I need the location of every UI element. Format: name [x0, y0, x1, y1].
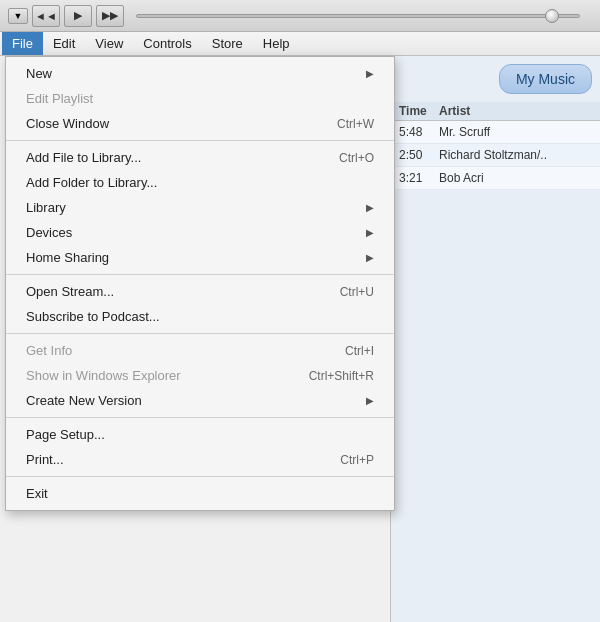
menu-item-get-info-label: Get Info: [26, 343, 325, 358]
menu-edit[interactable]: Edit: [43, 32, 85, 55]
show-explorer-shortcut: Ctrl+Shift+R: [309, 369, 374, 383]
rewind-icon: ◄◄: [35, 10, 57, 22]
time-column-header: Time: [399, 104, 439, 118]
menu-item-library[interactable]: Library ▶: [6, 195, 394, 220]
track-row: 2:50 Richard Stoltzman/..: [391, 144, 600, 167]
menu-item-new[interactable]: New ▶: [6, 61, 394, 86]
title-bar: ▼ ◄◄ ▶ ▶▶: [0, 0, 600, 32]
track-list-header: Time Artist: [391, 102, 600, 121]
menu-item-open-stream[interactable]: Open Stream... Ctrl+U: [6, 279, 394, 304]
create-new-version-arrow-icon: ▶: [366, 395, 374, 406]
menu-file[interactable]: File: [2, 32, 43, 55]
menu-item-print[interactable]: Print... Ctrl+P: [6, 447, 394, 472]
menu-bar: File Edit View Controls Store Help: [0, 32, 600, 56]
transport-controls: ◄◄ ▶ ▶▶: [32, 5, 124, 27]
devices-arrow-icon: ▶: [366, 227, 374, 238]
library-arrow-icon: ▶: [366, 202, 374, 213]
menu-item-close-window-label: Close Window: [26, 116, 317, 131]
menu-item-edit-playlist-label: Edit Playlist: [26, 91, 374, 106]
print-shortcut: Ctrl+P: [340, 453, 374, 467]
menu-item-add-folder-label: Add Folder to Library...: [26, 175, 374, 190]
menu-section-2: Add File to Library... Ctrl+O Add Folder…: [6, 141, 394, 275]
main-area: New ▶ Edit Playlist Close Window Ctrl+W …: [0, 56, 600, 622]
menu-item-page-setup[interactable]: Page Setup...: [6, 422, 394, 447]
track-row: 5:48 Mr. Scruff: [391, 121, 600, 144]
track-artist-3: Bob Acri: [439, 171, 592, 185]
track-time-3: 3:21: [399, 171, 439, 185]
menu-item-add-folder[interactable]: Add Folder to Library...: [6, 170, 394, 195]
menu-item-home-sharing-label: Home Sharing: [26, 250, 356, 265]
menu-item-add-file-label: Add File to Library...: [26, 150, 319, 165]
menu-item-subscribe-podcast[interactable]: Subscribe to Podcast...: [6, 304, 394, 329]
my-music-button[interactable]: My Music: [499, 64, 592, 94]
seek-bar[interactable]: [136, 14, 580, 18]
right-panel: My Music Time Artist 5:48 Mr. Scruff 2:5…: [390, 56, 600, 622]
track-list: Time Artist 5:48 Mr. Scruff 2:50 Richard…: [391, 102, 600, 190]
open-stream-shortcut: Ctrl+U: [340, 285, 374, 299]
forward-icon: ▶▶: [102, 9, 118, 22]
menu-item-new-label: New: [26, 66, 356, 81]
menu-item-show-explorer: Show in Windows Explorer Ctrl+Shift+R: [6, 363, 394, 388]
menu-item-devices-label: Devices: [26, 225, 356, 240]
menu-section-6: Exit: [6, 477, 394, 510]
get-info-shortcut: Ctrl+I: [345, 344, 374, 358]
menu-item-open-stream-label: Open Stream...: [26, 284, 320, 299]
track-time-2: 2:50: [399, 148, 439, 162]
menu-item-close-window[interactable]: Close Window Ctrl+W: [6, 111, 394, 136]
menu-item-devices[interactable]: Devices ▶: [6, 220, 394, 245]
home-sharing-arrow-icon: ▶: [366, 252, 374, 263]
menu-item-subscribe-podcast-label: Subscribe to Podcast...: [26, 309, 374, 324]
menu-help[interactable]: Help: [253, 32, 300, 55]
artist-column-header: Artist: [439, 104, 592, 118]
menu-item-create-new-version-label: Create New Version: [26, 393, 356, 408]
rewind-button[interactable]: ◄◄: [32, 5, 60, 27]
file-dropdown-menu: New ▶ Edit Playlist Close Window Ctrl+W …: [5, 56, 395, 511]
window-button[interactable]: ▼: [8, 8, 28, 24]
menu-store[interactable]: Store: [202, 32, 253, 55]
menu-item-library-label: Library: [26, 200, 356, 215]
play-button[interactable]: ▶: [64, 5, 92, 27]
menu-item-home-sharing[interactable]: Home Sharing ▶: [6, 245, 394, 270]
menu-item-page-setup-label: Page Setup...: [26, 427, 374, 442]
menu-item-exit[interactable]: Exit: [6, 481, 394, 506]
menu-controls[interactable]: Controls: [133, 32, 201, 55]
track-time-1: 5:48: [399, 125, 439, 139]
track-row: 3:21 Bob Acri: [391, 167, 600, 190]
menu-section-5: Page Setup... Print... Ctrl+P: [6, 418, 394, 477]
add-file-shortcut: Ctrl+O: [339, 151, 374, 165]
menu-item-get-info: Get Info Ctrl+I: [6, 338, 394, 363]
window-controls: ▼: [8, 8, 28, 24]
menu-item-add-file[interactable]: Add File to Library... Ctrl+O: [6, 145, 394, 170]
play-icon: ▶: [74, 9, 82, 22]
menu-item-exit-label: Exit: [26, 486, 374, 501]
seek-thumb[interactable]: [545, 9, 559, 23]
menu-view[interactable]: View: [85, 32, 133, 55]
menu-section-3: Open Stream... Ctrl+U Subscribe to Podca…: [6, 275, 394, 334]
menu-item-print-label: Print...: [26, 452, 320, 467]
menu-item-create-new-version[interactable]: Create New Version ▶: [6, 388, 394, 413]
menu-section-1: New ▶ Edit Playlist Close Window Ctrl+W: [6, 57, 394, 141]
track-artist-1: Mr. Scruff: [439, 125, 592, 139]
menu-item-edit-playlist: Edit Playlist: [6, 86, 394, 111]
close-window-shortcut: Ctrl+W: [337, 117, 374, 131]
new-arrow-icon: ▶: [366, 68, 374, 79]
forward-button[interactable]: ▶▶: [96, 5, 124, 27]
menu-section-4: Get Info Ctrl+I Show in Windows Explorer…: [6, 334, 394, 418]
track-artist-2: Richard Stoltzman/..: [439, 148, 592, 162]
menu-item-show-explorer-label: Show in Windows Explorer: [26, 368, 289, 383]
